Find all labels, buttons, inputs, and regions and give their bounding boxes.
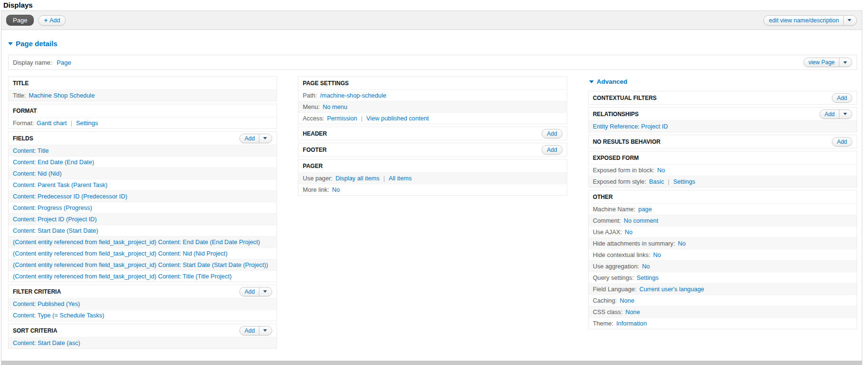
path-link[interactable]: /machine-shop-schedule <box>320 92 386 99</box>
fields-add-button[interactable]: Add <box>239 134 272 143</box>
field-row: Content: Progress (Progress) <box>9 202 276 213</box>
other-row-link[interactable]: Current user's language <box>639 286 704 293</box>
field-link[interactable]: Content: Project ID (Project ID) <box>13 216 97 223</box>
edit-view-name-button[interactable]: edit view name/description <box>763 15 857 26</box>
field-row: Content: Parent Task (Parent Task) <box>9 179 276 190</box>
add-label: Add <box>825 111 835 118</box>
path-label: Path: <box>303 92 317 99</box>
separator: | <box>383 175 385 182</box>
contextual-add-button[interactable]: Add <box>832 93 852 103</box>
title-bucket: TITLE Title: Machine Shop Schedule <box>8 76 277 101</box>
other-row-link[interactable]: No <box>642 263 650 270</box>
other-row-label: Comment: <box>593 217 621 224</box>
display-tab-page[interactable]: Page <box>6 15 34 26</box>
sort-add-button[interactable]: Add <box>239 326 272 335</box>
exposed-block-link[interactable]: No <box>657 167 665 174</box>
other-row-link[interactable]: Information <box>616 320 647 327</box>
access-row: Access: Permission | View published cont… <box>298 112 566 124</box>
format-bucket-header: FORMAT <box>9 104 276 117</box>
other-row-label: Use aggregation: <box>593 263 639 270</box>
filter-add-button[interactable]: Add <box>239 287 272 296</box>
other-row-link[interactable]: No <box>678 240 685 247</box>
exposed-style-link[interactable]: Basic <box>649 178 664 185</box>
title-value-link[interactable]: Machine Shop Schedule <box>29 92 95 99</box>
other-row-link[interactable]: None <box>625 308 640 316</box>
filter-add-dropdown-toggle[interactable] <box>259 287 267 296</box>
format-bucket: FORMAT Format: Gantt chart | Settings <box>8 104 277 129</box>
field-link[interactable]: Content: Parent Task (Parent Task) <box>13 181 108 188</box>
more-link-label: More link: <box>303 186 329 193</box>
sort-link[interactable]: Content: Start Date (asc) <box>13 339 80 346</box>
format-settings-link[interactable]: Settings <box>76 119 98 127</box>
field-link[interactable]: (Content entity referenced from field_ta… <box>13 273 232 280</box>
exposed-form-title: EXPOSED FORM <box>593 155 639 161</box>
exposed-form-header: EXPOSED FORM <box>589 151 857 164</box>
no-results-title: NO RESULTS BEHAVIOR <box>593 138 661 145</box>
access-permission-link[interactable]: Permission <box>327 115 357 122</box>
filter-criteria-bucket: FILTER CRITERIA Add Content: Published (… <box>8 285 277 321</box>
field-link[interactable]: (Content entity referenced from field_ta… <box>13 250 227 257</box>
fields-add-dropdown-toggle[interactable] <box>259 134 267 143</box>
access-value-link[interactable]: View published content <box>366 115 429 122</box>
field-link[interactable]: Content: Nid (Nid) <box>13 170 61 177</box>
view-page-dropdown-toggle[interactable] <box>839 58 847 67</box>
add-label: Add <box>245 288 255 295</box>
sort-criteria-bucket: SORT CRITERIA Add Content: Start Date (a… <box>8 324 277 349</box>
other-row-link[interactable]: No <box>653 251 661 258</box>
format-row: Format: Gantt chart | Settings <box>9 117 276 128</box>
menu-link[interactable]: No menu <box>323 103 347 110</box>
displays-toolbar: Page + Add edit view name/description <box>1 11 862 30</box>
view-page-button[interactable]: view Page <box>803 58 852 67</box>
other-row: Caching: None <box>589 295 857 306</box>
other-row: Comment: No comment <box>589 215 857 226</box>
field-row: Content: Nid (Nid) <box>9 168 276 179</box>
other-row-link[interactable]: Settings <box>637 274 659 281</box>
relationships-title: RELATIONSHIPS <box>593 111 639 118</box>
footer-add-button[interactable]: Add <box>542 145 562 155</box>
field-link[interactable]: Content: Progress (Progress) <box>13 204 92 211</box>
add-label: Add <box>245 327 255 334</box>
footer-bucket: FOOTER Add <box>298 143 567 157</box>
dropdown-arrow-icon <box>843 61 847 64</box>
sort-add-dropdown-toggle[interactable] <box>259 326 267 335</box>
filter-link[interactable]: Content: Type (= Schedule Tasks) <box>13 312 104 319</box>
other-row: Theme: Information <box>589 317 857 329</box>
title-bucket-title: TITLE <box>13 80 29 87</box>
other-row-link[interactable]: None <box>620 297 634 304</box>
advanced-toggle[interactable]: Advanced <box>589 76 857 87</box>
field-link[interactable]: Content: Predecessor ID (Predecessor ID) <box>13 193 127 200</box>
exposed-style-settings-link[interactable]: Settings <box>673 178 695 185</box>
exposed-form-bucket: EXPOSED FORM Exposed form in block: No E… <box>588 151 857 187</box>
field-row: Content: End Date (End Date) <box>9 156 276 168</box>
display-name-group: Display name: Page <box>13 59 71 66</box>
other-row-label: Field Language: <box>593 286 637 293</box>
more-link-value[interactable]: No <box>332 186 340 193</box>
other-row: Use AJAX: No <box>589 226 857 237</box>
other-row-link[interactable]: No <box>625 228 632 236</box>
other-row-link[interactable]: page <box>638 206 651 213</box>
other-row-label: Caching: <box>593 297 617 304</box>
field-link[interactable]: Content: Start Date (Start Date) <box>13 227 98 234</box>
use-pager-settings-link[interactable]: All items <box>389 175 412 182</box>
field-link[interactable]: Content: End Date (End Date) <box>13 158 94 166</box>
field-link[interactable]: (Content entity referenced from field_ta… <box>13 238 260 246</box>
collapse-arrow-icon <box>8 42 13 45</box>
use-pager-type-link[interactable]: Display all items <box>335 175 379 182</box>
add-display-button[interactable]: + Add <box>38 15 66 26</box>
display-name-link[interactable]: Page <box>57 59 71 66</box>
display-name-row: Display name: Page view Page <box>8 55 857 70</box>
relationship-link[interactable]: Entity Reference: Project ID <box>593 123 668 130</box>
sort-row: Content: Start Date (asc) <box>9 337 276 348</box>
header-add-button[interactable]: Add <box>542 129 562 138</box>
relationships-add-button[interactable]: Add <box>819 109 852 119</box>
exposed-style-row: Exposed form style: Basic | Settings <box>589 176 857 187</box>
filter-link[interactable]: Content: Published (Yes) <box>13 300 80 307</box>
field-link[interactable]: (Content entity referenced from field_ta… <box>13 261 268 268</box>
format-type-link[interactable]: Gantt chart <box>37 119 67 127</box>
field-link[interactable]: Content: Title <box>13 147 49 154</box>
edit-view-dropdown-toggle[interactable] <box>843 16 851 25</box>
other-row-link[interactable]: No comment <box>624 217 659 224</box>
relationships-add-dropdown-toggle[interactable] <box>839 110 847 118</box>
no-results-add-button[interactable]: Add <box>832 137 852 147</box>
page-details-toggle[interactable]: Page details <box>8 39 858 48</box>
